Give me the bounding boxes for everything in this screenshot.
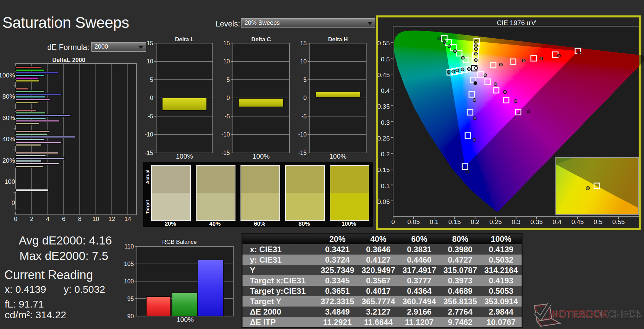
svg-text:0.25: 0.25 [489,218,502,225]
svg-text:Delta H: Delta H [328,36,348,43]
svg-text:15: 15 [223,40,230,47]
svg-text:0.45: 0.45 [377,71,390,78]
svg-text:-10: -10 [145,131,153,138]
svg-text:0.45: 0.45 [571,218,584,225]
svg-text:5: 5 [227,76,230,83]
svg-text:105: 105 [124,261,134,267]
svg-text:0.5: 0.5 [594,218,602,225]
svg-text:0: 0 [227,95,230,101]
svg-text:-15: -15 [145,150,153,156]
svg-text:0.35: 0.35 [377,103,390,110]
svg-text:100%: 100% [253,153,270,160]
svg-text:15: 15 [300,40,307,47]
svg-text:0.05: 0.05 [408,218,420,225]
svg-text:100: 100 [4,178,15,185]
svg-text:10: 10 [147,58,153,65]
svg-text:100%: 100% [329,153,346,160]
svg-text:10: 10 [300,58,307,65]
svg-text:2: 2 [30,216,33,222]
svg-text:Delta C: Delta C [251,36,271,43]
svg-text:-10: -10 [221,131,230,138]
svg-text:0.25: 0.25 [377,135,390,142]
svg-text:0: 0 [150,95,153,101]
svg-text:0.4: 0.4 [381,87,390,94]
svg-text:0.55: 0.55 [377,40,390,47]
svg-text:0.3: 0.3 [381,119,390,126]
svg-text:10: 10 [92,216,99,222]
svg-text:100%: 100% [0,72,15,79]
svg-text:15: 15 [147,40,153,47]
svg-text:14: 14 [124,216,131,222]
svg-text:40%: 40% [2,135,15,143]
svg-text:0.5: 0.5 [381,56,390,63]
svg-text:0.05: 0.05 [377,198,390,205]
svg-text:RGB Balance: RGB Balance [162,239,197,245]
svg-text:12: 12 [108,216,115,222]
svg-text:-5: -5 [302,113,307,120]
svg-text:5: 5 [304,76,307,83]
svg-text:0.55: 0.55 [612,218,625,225]
svg-text:5: 5 [150,76,153,83]
svg-text:4: 4 [46,216,49,222]
svg-text:0: 0 [14,216,17,222]
svg-text:0.15: 0.15 [377,166,390,173]
svg-text:95: 95 [127,295,134,302]
svg-text:0.2: 0.2 [381,151,390,158]
svg-text:10: 10 [223,58,230,65]
svg-text:-10: -10 [298,131,307,138]
svg-text:DeltaE 2000: DeltaE 2000 [52,57,86,63]
svg-text:-15: -15 [298,150,307,156]
svg-text:80%: 80% [2,93,15,100]
svg-text:110: 110 [124,243,134,250]
svg-text:90: 90 [127,313,134,320]
svg-text:6: 6 [62,216,65,222]
svg-text:-15: -15 [221,150,230,156]
svg-text:0.3: 0.3 [512,218,520,225]
svg-text:100: 100 [124,278,134,285]
svg-text:60%: 60% [2,114,15,121]
svg-text:20%: 20% [2,157,15,164]
svg-text:0: 0 [304,95,307,101]
svg-text:CIE 1976 u'v': CIE 1976 u'v' [497,19,536,26]
svg-text:0.35: 0.35 [530,218,543,225]
svg-text:0.2: 0.2 [471,218,479,225]
svg-text:0.1: 0.1 [430,218,438,225]
svg-text:0: 0 [391,218,395,225]
svg-text:0.1: 0.1 [381,182,390,189]
svg-text:100%: 100% [176,153,193,160]
svg-text:0.4: 0.4 [553,218,562,225]
svg-text:Delta L: Delta L [175,36,194,43]
svg-text:8: 8 [78,216,82,222]
svg-text:0.15: 0.15 [448,218,461,225]
svg-text:-5: -5 [148,113,153,120]
svg-text:-5: -5 [225,113,230,120]
svg-text:0: 0 [11,199,15,206]
svg-text:100%: 100% [176,316,194,323]
